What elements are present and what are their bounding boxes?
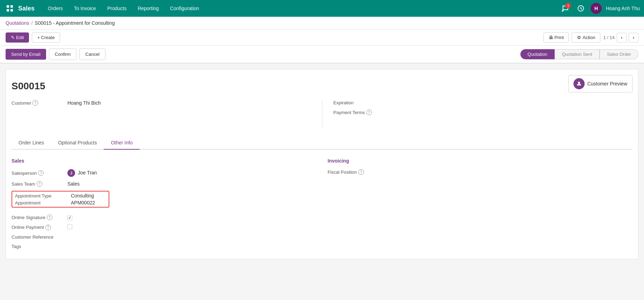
svg-rect-3 bbox=[10, 9, 13, 12]
status-sales-order[interactable]: Sales Order bbox=[600, 49, 638, 59]
nav-products[interactable]: Products bbox=[102, 3, 131, 13]
nav-right: 1 H Hoang Anh Thu bbox=[560, 3, 640, 14]
app-grid-icon[interactable] bbox=[4, 3, 15, 14]
edit-button[interactable]: ✎ Edit bbox=[6, 32, 29, 43]
form-title: S00015 bbox=[12, 81, 632, 92]
breadcrumb: Quotations / S00015 - Appointment for Co… bbox=[0, 17, 644, 30]
salesperson-help-icon[interactable]: ? bbox=[38, 170, 44, 176]
customer-preview-button[interactable]: Customer Preview bbox=[568, 75, 632, 92]
nav-configuration[interactable]: Configuration bbox=[165, 3, 204, 13]
form-fields: Customer ? Hoang Thi Bich Expiration Pay… bbox=[12, 100, 632, 128]
appointment-type-row: Appointment Type Consulting bbox=[15, 193, 106, 198]
status-bar: Send by Email Confirm Cancel Quotation Q… bbox=[0, 46, 644, 63]
user-avatar[interactable]: H bbox=[591, 3, 602, 14]
expiration-label: Expiration bbox=[334, 100, 389, 105]
online-signature-checkbox[interactable]: ✓ bbox=[67, 215, 72, 220]
online-signature-value[interactable]: ✓ bbox=[67, 215, 72, 220]
tab-optional-products[interactable]: Optional Products bbox=[51, 136, 104, 150]
print-button[interactable]: 🖶 Print bbox=[543, 32, 569, 43]
appointment-value[interactable]: APM00022 bbox=[71, 200, 95, 205]
salesperson-avatar: J bbox=[67, 169, 75, 177]
customer-reference-row: Customer Reference bbox=[12, 234, 316, 240]
online-signature-help-icon[interactable]: ? bbox=[47, 215, 52, 220]
payment-terms-label: Payment Terms ? bbox=[334, 110, 389, 115]
fiscal-position-label: Fiscal Position ? bbox=[328, 169, 383, 175]
online-payment-row: Online Payment ? bbox=[12, 224, 316, 230]
top-nav: Sales Orders To Invoice Products Reporti… bbox=[0, 0, 644, 17]
sales-section-header: Sales bbox=[12, 158, 316, 164]
main-content: Customer Preview S00015 Customer ? Hoang… bbox=[0, 63, 644, 265]
vertical-divider bbox=[322, 100, 322, 128]
breadcrumb-parent[interactable]: Quotations bbox=[6, 20, 29, 26]
nav-orders[interactable]: Orders bbox=[43, 3, 68, 13]
app-name: Sales bbox=[18, 5, 35, 12]
svg-rect-0 bbox=[7, 5, 9, 8]
online-signature-row: Online Signature ? ✓ bbox=[12, 215, 316, 220]
tags-row: Tags bbox=[12, 244, 316, 249]
online-signature-label: Online Signature ? bbox=[12, 215, 67, 220]
status-quotation[interactable]: Quotation bbox=[520, 49, 555, 59]
customer-help-icon[interactable]: ? bbox=[32, 100, 38, 106]
action-button[interactable]: ⚙ Action bbox=[572, 32, 600, 43]
appointment-type-label: Appointment Type bbox=[15, 193, 71, 198]
fiscal-position-help-icon[interactable]: ? bbox=[358, 169, 364, 175]
sales-section: Sales Salesperson ? J Joe Tran Sales T bbox=[12, 158, 316, 253]
nav-reporting[interactable]: Reporting bbox=[133, 3, 164, 13]
next-page-button[interactable]: › bbox=[629, 33, 638, 43]
user-name[interactable]: Hoang Anh Thu bbox=[606, 6, 640, 11]
nav-links: Orders To Invoice Products Reporting Con… bbox=[43, 3, 560, 13]
online-payment-label: Online Payment ? bbox=[12, 225, 67, 230]
notification-badge: 1 bbox=[565, 3, 571, 8]
invoicing-section-header: Invoicing bbox=[328, 158, 632, 164]
form-card: Customer Preview S00015 Customer ? Hoang… bbox=[6, 69, 638, 259]
payment-terms-help-icon[interactable]: ? bbox=[366, 110, 372, 115]
tabs: Order Lines Optional Products Other Info bbox=[12, 136, 632, 150]
sales-team-label: Sales Team ? bbox=[12, 181, 67, 187]
sales-team-help-icon[interactable]: ? bbox=[37, 181, 42, 187]
customer-label: Customer ? bbox=[12, 100, 67, 106]
appointment-type-value[interactable]: Consulting bbox=[71, 193, 94, 198]
status-quotation-sent[interactable]: Quotation Sent bbox=[555, 49, 600, 59]
customer-value[interactable]: Hoang Thi Bich bbox=[67, 100, 101, 106]
tab-order-lines[interactable]: Order Lines bbox=[12, 136, 51, 150]
action-bar: ✎ Edit + Create 🖶 Print ⚙ Action 1 / 14 … bbox=[0, 30, 644, 46]
tab-other-info[interactable]: Other Info bbox=[104, 136, 139, 150]
create-button[interactable]: + Create bbox=[32, 32, 60, 43]
appointment-row: Appointment APM00022 bbox=[15, 200, 106, 205]
nav-to-invoice[interactable]: To Invoice bbox=[69, 3, 101, 13]
clock-icon-btn[interactable] bbox=[575, 3, 586, 14]
tags-label: Tags bbox=[12, 244, 67, 249]
form-col-left: Customer ? Hoang Thi Bich bbox=[12, 100, 311, 128]
other-info-content: Sales Salesperson ? J Joe Tran Sales T bbox=[12, 158, 632, 253]
send-email-button[interactable]: Send by Email bbox=[6, 49, 46, 60]
online-payment-help-icon[interactable]: ? bbox=[45, 225, 51, 230]
online-payment-value[interactable] bbox=[67, 224, 72, 230]
cancel-button[interactable]: Cancel bbox=[79, 48, 105, 60]
invoicing-section: Invoicing Fiscal Position ? bbox=[328, 158, 632, 253]
status-steps: Quotation Quotation Sent Sales Order bbox=[520, 49, 638, 59]
edit-icon: ✎ bbox=[11, 35, 15, 40]
appointment-label: Appointment bbox=[15, 200, 71, 205]
sales-team-row: Sales Team ? Sales bbox=[12, 181, 316, 187]
salesperson-value[interactable]: J Joe Tran bbox=[67, 169, 97, 177]
salesperson-row: Salesperson ? J Joe Tran bbox=[12, 169, 316, 177]
fiscal-position-row: Fiscal Position ? bbox=[328, 169, 632, 175]
form-col-right: Expiration Payment Terms ? bbox=[334, 100, 633, 128]
breadcrumb-current: S00015 - Appointment for Consulting bbox=[35, 20, 115, 26]
messages-icon-btn[interactable]: 1 bbox=[560, 3, 571, 14]
sales-team-value[interactable]: Sales bbox=[67, 181, 80, 187]
prev-page-button[interactable]: ‹ bbox=[617, 33, 627, 43]
expiration-row: Expiration bbox=[334, 100, 633, 105]
payment-terms-row: Payment Terms ? bbox=[334, 110, 633, 115]
breadcrumb-separator: / bbox=[31, 20, 33, 26]
customer-preview-label: Customer Preview bbox=[587, 81, 627, 87]
svg-point-5 bbox=[578, 82, 580, 84]
customer-preview-icon bbox=[573, 78, 585, 89]
gear-icon: ⚙ bbox=[577, 35, 581, 40]
appointment-highlight-group: Appointment Type Consulting Appointment … bbox=[12, 191, 109, 208]
print-icon: 🖶 bbox=[549, 35, 553, 40]
pagination: 1 / 14 ‹ › bbox=[603, 33, 638, 43]
confirm-button[interactable]: Confirm bbox=[49, 48, 77, 60]
online-payment-checkbox[interactable] bbox=[67, 224, 72, 229]
customer-row: Customer ? Hoang Thi Bich bbox=[12, 100, 311, 106]
